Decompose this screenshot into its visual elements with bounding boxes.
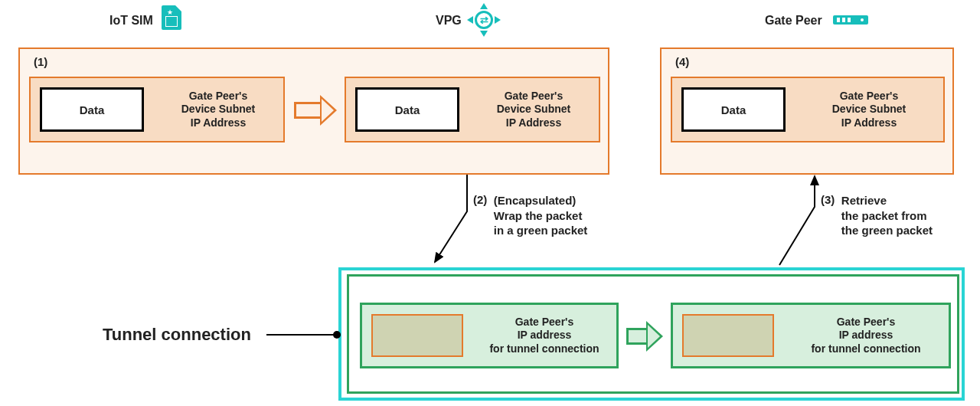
step-4-label: (4)	[675, 55, 689, 68]
step-3-num: (3)	[821, 193, 835, 206]
tunnel-pointer	[266, 329, 343, 340]
green-packet-left: Gate Peer's IP address for tunnel connec…	[360, 303, 619, 368]
sim-card-icon: ★	[162, 5, 181, 30]
packet-card-at-vpg: Data Gate Peer's Device Subnet IP Addres…	[345, 77, 600, 142]
step-3-annotation: (3) Retrieve the packet from the green p…	[821, 193, 933, 238]
vpg-label: VPG	[436, 14, 462, 28]
arrow-orange	[294, 95, 337, 126]
green-dest-label: Gate Peer's IP address for tunnel connec…	[472, 305, 616, 366]
stage-4-container: (4) Data Gate Peer's Device Subnet IP Ad…	[660, 47, 954, 175]
step-2-num: (2)	[473, 193, 487, 206]
packet-dest-label: Gate Peer's Device Subnet IP Address	[153, 78, 283, 141]
tunnel-connection-label: Tunnel connection	[103, 325, 251, 345]
step-2-text: (Encapsulated) Wrap the packet in a gree…	[494, 193, 588, 238]
data-chip: Data	[355, 87, 459, 132]
green-dest-label: Gate Peer's IP address for tunnel connec…	[783, 305, 949, 366]
encapsulated-chip	[371, 314, 463, 357]
step-2-annotation: (2) (Encapsulated) Wrap the packet in a …	[473, 193, 587, 238]
vpg-icon: ⇄	[467, 3, 501, 37]
svg-point-1	[333, 331, 341, 339]
stage-1-container: (1) Data Gate Peer's Device Subnet IP Ad…	[18, 47, 609, 175]
tunnel-green-box: Gate Peer's IP address for tunnel connec…	[347, 274, 959, 394]
server-icon	[833, 15, 868, 25]
step-1-label: (1)	[34, 55, 47, 68]
packet-dest-label: Gate Peer's Device Subnet IP Address	[795, 78, 943, 141]
data-chip: Data	[40, 87, 144, 132]
packet-dest-label: Gate Peer's Device Subnet IP Address	[469, 78, 599, 141]
step-3-text: Retrieve the packet from the green packe…	[841, 193, 933, 238]
iot-sim-label: IoT SIM	[109, 14, 153, 28]
green-packet-right: Gate Peer's IP address for tunnel connec…	[671, 303, 951, 368]
gate-peer-label: Gate Peer	[765, 14, 822, 28]
packet-card-origin: Data Gate Peer's Device Subnet IP Addres…	[29, 77, 285, 142]
data-chip: Data	[681, 87, 786, 132]
encapsulated-chip	[682, 314, 774, 357]
arrow-green	[626, 321, 663, 352]
packet-card-arrived: Data Gate Peer's Device Subnet IP Addres…	[671, 77, 945, 142]
